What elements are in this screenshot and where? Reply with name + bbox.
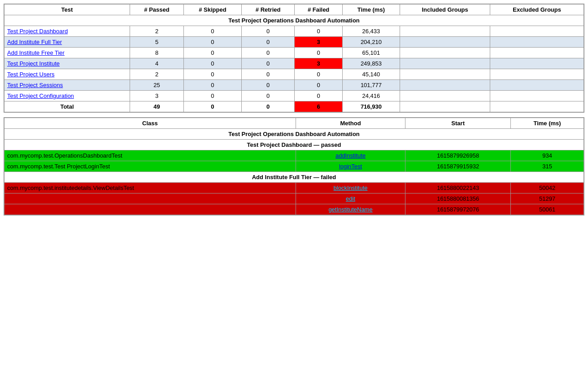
summary-row: Test Project Users200045,140 [4, 69, 584, 80]
included-groups [400, 69, 490, 80]
start-cell: 1615879926958 [405, 150, 511, 161]
retried-count: 0 [241, 80, 295, 91]
start-cell: 1615879972076 [405, 204, 511, 215]
retried-count: 0 [241, 91, 295, 101]
passed-count: 8 [130, 48, 184, 58]
summary-group-header: Test Project Operations Dashboard Automa… [4, 15, 584, 26]
passed-count: 25 [130, 80, 184, 91]
summary-row: Add Institute Full Tier5003204,210 [4, 37, 584, 48]
detail-table-wrapper: Class Method Start Time (ms) Test Projec… [4, 117, 584, 215]
class-cell [4, 193, 296, 204]
method-link[interactable]: getInstituteName [328, 206, 372, 213]
excluded-groups [490, 37, 584, 48]
retried-count: 0 [241, 48, 295, 58]
test-link[interactable]: Test Project Dashboard [4, 26, 130, 37]
excluded-groups [490, 91, 584, 101]
test-link[interactable]: Test Project Institute [4, 58, 130, 69]
total-retried: 0 [241, 101, 295, 112]
test-link[interactable]: Add Institute Full Tier [4, 37, 130, 48]
time-cell: 50042 [511, 183, 584, 193]
method-cell[interactable]: loginTest [296, 161, 405, 172]
section-header-cell: Add Institute Full Tier — failed [4, 172, 584, 183]
skipped-count: 0 [184, 48, 242, 58]
time-cell: 934 [511, 150, 584, 161]
detail-header-row: Class Method Start Time (ms) [4, 118, 584, 129]
time-value: 45,140 [342, 69, 400, 80]
excluded-groups [490, 58, 584, 69]
failed-count: 0 [295, 91, 342, 101]
method-cell[interactable]: getInstituteName [296, 204, 405, 215]
col-retried: # Retried [241, 4, 295, 15]
passed-count: 2 [130, 26, 184, 37]
test-link[interactable]: Test Project Users [4, 69, 130, 80]
col-skipped: # Skipped [184, 4, 242, 15]
retried-count: 0 [241, 69, 295, 80]
included-groups [400, 80, 490, 91]
skipped-count: 0 [184, 69, 242, 80]
included-groups [400, 58, 490, 69]
time-cell: 315 [511, 161, 584, 172]
retried-count: 0 [241, 58, 295, 69]
detail-row: com.mycomp.test.institutedetails.ViewDet… [4, 183, 584, 193]
method-cell[interactable]: blockInstitute [296, 183, 405, 193]
retried-count: 0 [241, 26, 295, 37]
skipped-count: 0 [184, 37, 242, 48]
time-cell: 51297 [511, 193, 584, 204]
detail-group-header: Test Project Operations Dashboard Automa… [4, 129, 584, 140]
summary-header-row: Test # Passed # Skipped # Retried # Fail… [4, 4, 584, 15]
col-failed: # Failed [295, 4, 342, 15]
passed-count: 5 [130, 37, 184, 48]
detail-section-header: Add Institute Full Tier — failed [4, 172, 584, 183]
total-time: 716,930 [342, 101, 400, 112]
class-cell [4, 204, 296, 215]
included-groups [400, 37, 490, 48]
summary-row: Add Institute Free Tier800065,101 [4, 48, 584, 58]
summary-row: Test Project Dashboard200026,433 [4, 26, 584, 37]
start-cell: 1615880022143 [405, 183, 511, 193]
skipped-count: 0 [184, 58, 242, 69]
total-skipped: 0 [184, 101, 242, 112]
col-excluded-groups: Excluded Groups [490, 4, 584, 15]
passed-count: 3 [130, 91, 184, 101]
col-time-ms: Time (ms) [511, 118, 584, 129]
time-value: 26,433 [342, 26, 400, 37]
skipped-count: 0 [184, 26, 242, 37]
start-cell: 1615879915932 [405, 161, 511, 172]
summary-row: Test Project Institute4003249,853 [4, 58, 584, 69]
time-value: 65,101 [342, 48, 400, 58]
col-class: Class [4, 118, 296, 129]
time-value: 101,777 [342, 80, 400, 91]
total-label: Total [4, 101, 130, 112]
method-cell[interactable]: addInstitute [296, 150, 405, 161]
failed-count: 0 [295, 69, 342, 80]
test-link[interactable]: Test Project Configuration [4, 91, 130, 101]
failed-count: 3 [295, 58, 342, 69]
class-cell: com.mycomp.test.Test ProjectLoginTest [4, 161, 296, 172]
test-link[interactable]: Test Project Sessions [4, 80, 130, 91]
method-link[interactable]: edit [346, 195, 355, 202]
method-link[interactable]: blockInstitute [334, 185, 368, 191]
failed-count: 0 [295, 26, 342, 37]
passed-count: 4 [130, 58, 184, 69]
time-value: 24,416 [342, 91, 400, 101]
class-cell: com.mycomp.test.institutedetails.ViewDet… [4, 183, 296, 193]
detail-row: getInstituteName161587997207650061 [4, 204, 584, 215]
total-excluded [490, 101, 584, 112]
excluded-groups [490, 48, 584, 58]
total-passed: 49 [130, 101, 184, 112]
passed-count: 2 [130, 69, 184, 80]
included-groups [400, 26, 490, 37]
method-link[interactable]: loginTest [339, 163, 362, 170]
included-groups [400, 48, 490, 58]
summary-row: Test Project Sessions25000101,777 [4, 80, 584, 91]
detail-row: edit161588008135651297 [4, 193, 584, 204]
excluded-groups [490, 69, 584, 80]
method-link[interactable]: addInstitute [335, 152, 366, 159]
method-cell[interactable]: edit [296, 193, 405, 204]
summary-table-wrapper: Test # Passed # Skipped # Retried # Fail… [4, 4, 584, 113]
col-included-groups: Included Groups [400, 4, 490, 15]
test-link[interactable]: Add Institute Free Tier [4, 48, 130, 58]
col-start: Start [405, 118, 511, 129]
skipped-count: 0 [184, 80, 242, 91]
detail-table: Class Method Start Time (ms) Test Projec… [4, 118, 584, 215]
